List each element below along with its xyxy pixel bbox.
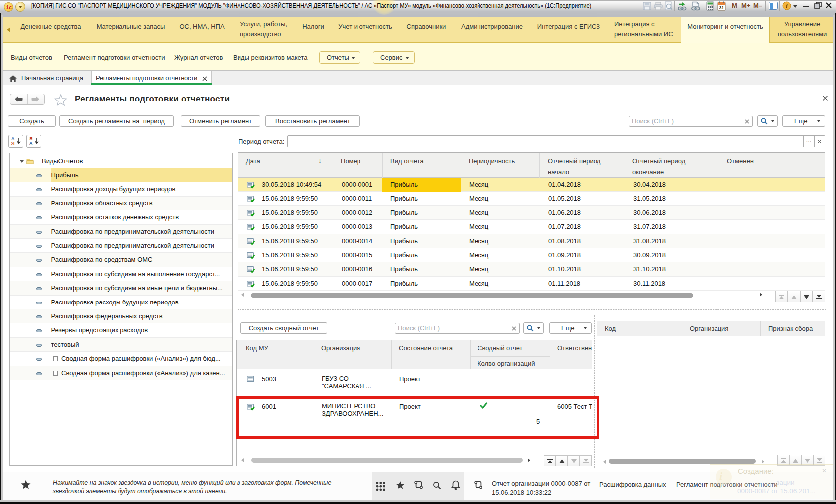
svg-text:31: 31 xyxy=(719,5,724,10)
